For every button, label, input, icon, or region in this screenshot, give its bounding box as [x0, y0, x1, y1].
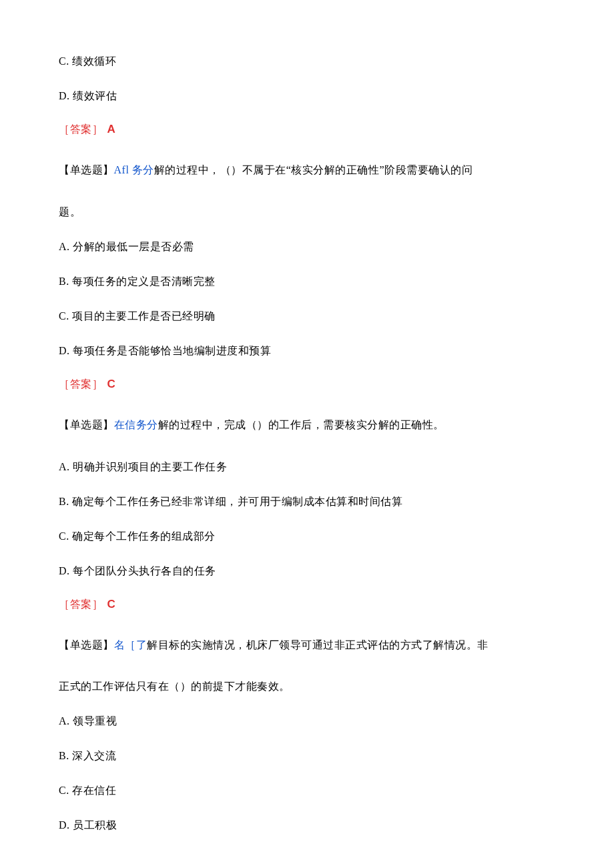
answer-label: ［答案］: [59, 378, 103, 390]
answer-line: ［答案］ A: [59, 123, 555, 137]
stem-text: 解的过程中，（）不属于在“核实分解的正确性”阶段需要确认的问: [154, 164, 473, 175]
option-a: A. 分解的最低一层是否必需: [59, 239, 555, 255]
question-stem: 【单选题】Afl 务分解的过程中，（）不属于在“核实分解的正确性”阶段需要确认的…: [59, 155, 555, 185]
option-d: D. 每项任务是否能够恰当地编制进度和预算: [59, 343, 555, 359]
option-b: B. 深入交流: [59, 748, 555, 764]
question-1: 【单选题】Afl 务分解的过程中，（）不属于在“核实分解的正确性”阶段需要确认的…: [59, 155, 555, 392]
option-b: B. 每项任务的定义是否清晰完整: [59, 274, 555, 290]
question-3: 【单选题】名［了解目标的实施情况，机床厂领导可通过非正式评估的方式了解情况。非 …: [59, 630, 555, 834]
answer-line: ［答案］ C: [59, 378, 555, 392]
answer-value: A: [107, 123, 116, 135]
option-c: C. 存在信任: [59, 783, 555, 799]
question-type-prefix: 【单选题】: [59, 164, 114, 175]
answer-label: ［答案］: [59, 598, 103, 610]
option-d: D. 绩效评估: [59, 88, 555, 104]
question-2: 【单选题】在信务分解的过程中，完成（）的工作后，需要核实分解的正确性。 A. 明…: [59, 410, 555, 612]
answer-value: C: [107, 378, 116, 390]
answer-line: ［答案］ C: [59, 598, 555, 612]
question-stem-cont: 正式的工作评估只有在（）的前提下才能奏效。: [59, 679, 555, 695]
stem-blue-text: 名［了: [114, 639, 147, 650]
option-c: C. 绩效循环: [59, 53, 555, 69]
option-a: A. 领导重视: [59, 713, 555, 729]
stem-text: 解目标的实施情况，机床厂领导可通过非正式评估的方式了解情况。非: [147, 639, 489, 650]
option-d: D. 每个团队分头执行各自的任务: [59, 563, 555, 579]
document-page: C. 绩效循环 D. 绩效评估 ［答案］ A 【单选题】Afl 务分解的过程中，…: [0, 0, 614, 868]
option-a: A. 明确并识别项目的主要工作任务: [59, 459, 555, 475]
stem-text: 解的过程中，完成（）的工作后，需要核实分解的正确性。: [158, 419, 444, 430]
stem-blue-text: 在信务分: [114, 419, 158, 430]
previous-question-tail: C. 绩效循环 D. 绩效评估 ［答案］ A: [59, 53, 555, 137]
option-c: C. 项目的主要工作是否已经明确: [59, 308, 555, 324]
stem-blue-text: Afl 务分: [114, 164, 154, 175]
question-stem: 【单选题】名［了解目标的实施情况，机床厂领导可通过非正式评估的方式了解情况。非: [59, 630, 555, 661]
question-type-prefix: 【单选题】: [59, 639, 114, 650]
answer-label: ［答案］: [59, 123, 103, 135]
question-stem-cont: 题。: [59, 204, 555, 220]
option-c: C. 确定每个工作任务的组成部分: [59, 528, 555, 544]
option-d: D. 员工积极: [59, 817, 555, 833]
option-b: B. 确定每个工作任务已经非常详细，并可用于编制成本估算和时间估算: [59, 494, 555, 510]
answer-value: C: [107, 598, 116, 610]
question-stem: 【单选题】在信务分解的过程中，完成（）的工作后，需要核实分解的正确性。: [59, 410, 555, 440]
question-type-prefix: 【单选题】: [59, 419, 114, 430]
